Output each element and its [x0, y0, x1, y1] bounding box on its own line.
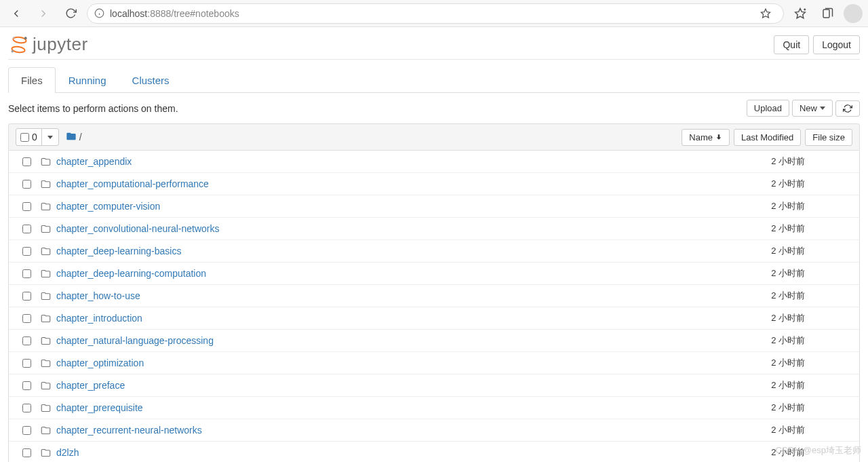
file-link[interactable]: chapter_computational-performance: [56, 178, 690, 189]
row-checkbox[interactable]: [22, 404, 31, 412]
file-link[interactable]: chapter_prerequisite: [56, 402, 690, 413]
row-checkbox[interactable]: [22, 359, 31, 368]
row-checkbox[interactable]: [22, 448, 31, 457]
file-modified: 2 小时前: [690, 290, 812, 302]
svg-point-10: [12, 50, 14, 52]
action-row: Select items to perform actions on them.…: [8, 93, 860, 123]
row-checkbox[interactable]: [22, 247, 31, 256]
row-checkbox[interactable]: [22, 180, 31, 189]
site-info-icon[interactable]: [94, 8, 104, 18]
breadcrumb-root: /: [79, 132, 82, 142]
chevron-down-icon: [820, 107, 825, 110]
file-link[interactable]: chapter_computer-vision: [56, 201, 690, 212]
svg-point-9: [12, 45, 25, 53]
upload-button[interactable]: Upload: [747, 100, 789, 117]
row-checkbox[interactable]: [22, 269, 31, 278]
forward-button[interactable]: [33, 3, 54, 24]
refresh-icon: [843, 104, 852, 113]
selected-count: 0: [32, 132, 37, 142]
jupyter-brand-text: jupyter: [33, 34, 88, 55]
file-link[interactable]: d2lzh: [56, 447, 690, 458]
row-checkbox[interactable]: [22, 336, 31, 345]
list-item: chapter_appendix2 小时前: [9, 151, 859, 173]
file-link[interactable]: chapter_convolutional-neural-networks: [56, 223, 690, 234]
file-modified: 2 小时前: [690, 200, 812, 212]
select-all-checkbox[interactable]: [20, 133, 29, 142]
file-modified: 2 小时前: [690, 223, 812, 235]
new-button[interactable]: New: [792, 100, 833, 117]
folder-icon: [41, 313, 51, 324]
list-item: chapter_optimization2 小时前: [9, 352, 859, 374]
folder-icon: [41, 358, 51, 368]
list-item: chapter_deep-learning-basics2 小时前: [9, 240, 859, 263]
list-item: chapter_how-to-use2 小时前: [9, 285, 859, 307]
list-item: chapter_introduction2 小时前: [9, 307, 859, 330]
select-dropdown[interactable]: [42, 133, 58, 142]
arrow-down-icon: [715, 134, 722, 140]
url-text: localhost:8888/tree#notebooks: [110, 8, 749, 19]
browser-toolbar: localhost:8888/tree#notebooks: [0, 0, 868, 27]
file-modified: 2 小时前: [690, 155, 812, 168]
list-item: chapter_natural-language-processing2 小时前: [9, 330, 859, 352]
file-link[interactable]: chapter_deep-learning-computation: [56, 268, 690, 279]
back-button[interactable]: [5, 3, 27, 24]
sort-size-button[interactable]: File size: [805, 129, 852, 146]
tab-files[interactable]: Files: [8, 67, 56, 93]
file-link[interactable]: chapter_how-to-use: [56, 290, 690, 301]
folder-icon: [41, 381, 51, 391]
folder-icon: [41, 246, 51, 256]
row-checkbox[interactable]: [22, 314, 31, 323]
row-checkbox[interactable]: [22, 381, 31, 390]
logout-button[interactable]: Logout: [813, 35, 860, 54]
chevron-down-icon: [47, 136, 53, 139]
list-item: chapter_recurrent-neural-networks2 小时前: [9, 419, 859, 442]
list-item: chapter_convolutional-neural-networks2 小…: [9, 218, 859, 240]
jupyter-logo-icon: [9, 35, 28, 55]
file-list: chapter_appendix2 小时前chapter_computation…: [8, 151, 860, 462]
svg-point-11: [24, 37, 27, 39]
address-bar[interactable]: localhost:8888/tree#notebooks: [87, 3, 784, 24]
row-checkbox[interactable]: [22, 157, 31, 166]
svg-rect-7: [823, 9, 829, 18]
profile-avatar[interactable]: [844, 4, 863, 23]
folder-icon: [66, 131, 77, 144]
file-modified: 2 小时前: [690, 178, 812, 190]
jupyter-logo[interactable]: jupyter: [8, 34, 88, 55]
favorites-icon[interactable]: [789, 3, 811, 24]
select-all-group: 0: [16, 128, 59, 146]
collections-icon[interactable]: [816, 3, 838, 24]
folder-icon: [41, 179, 51, 189]
folder-icon: [41, 201, 51, 212]
reload-button[interactable]: [60, 3, 81, 24]
file-link[interactable]: chapter_deep-learning-basics: [56, 246, 690, 256]
sort-modified-button[interactable]: Last Modified: [734, 129, 801, 146]
file-link[interactable]: chapter_introduction: [56, 313, 690, 324]
svg-point-12: [13, 37, 14, 38]
file-modified: 2 小时前: [690, 357, 812, 369]
row-checkbox[interactable]: [22, 292, 31, 301]
file-modified: 2 小时前: [690, 379, 812, 391]
sort-name-button[interactable]: Name: [682, 129, 730, 146]
row-checkbox[interactable]: [22, 426, 31, 435]
refresh-button[interactable]: [835, 100, 860, 117]
row-checkbox[interactable]: [22, 202, 31, 211]
tabs: Files Running Clusters: [8, 66, 860, 93]
file-modified: 2 小时前: [690, 424, 812, 436]
file-link[interactable]: chapter_preface: [56, 380, 690, 391]
tab-running[interactable]: Running: [56, 67, 119, 93]
file-link[interactable]: chapter_appendix: [56, 156, 690, 167]
tab-clusters[interactable]: Clusters: [119, 67, 182, 93]
file-modified: 2 小时前: [690, 267, 812, 280]
row-checkbox[interactable]: [22, 225, 31, 233]
quit-button[interactable]: Quit: [774, 35, 809, 54]
file-link[interactable]: chapter_recurrent-neural-networks: [56, 425, 690, 436]
file-link[interactable]: chapter_natural-language-processing: [56, 335, 690, 346]
file-modified: 2 小时前: [690, 402, 812, 414]
breadcrumb[interactable]: /: [66, 131, 82, 144]
folder-icon: [41, 157, 51, 167]
file-modified: 2 小时前: [690, 245, 812, 257]
file-link[interactable]: chapter_optimization: [56, 358, 690, 368]
list-item: chapter_computer-vision2 小时前: [9, 195, 859, 218]
list-item: d2lzh2 小时前: [9, 442, 859, 462]
bookmark-star-icon[interactable]: [755, 3, 776, 24]
